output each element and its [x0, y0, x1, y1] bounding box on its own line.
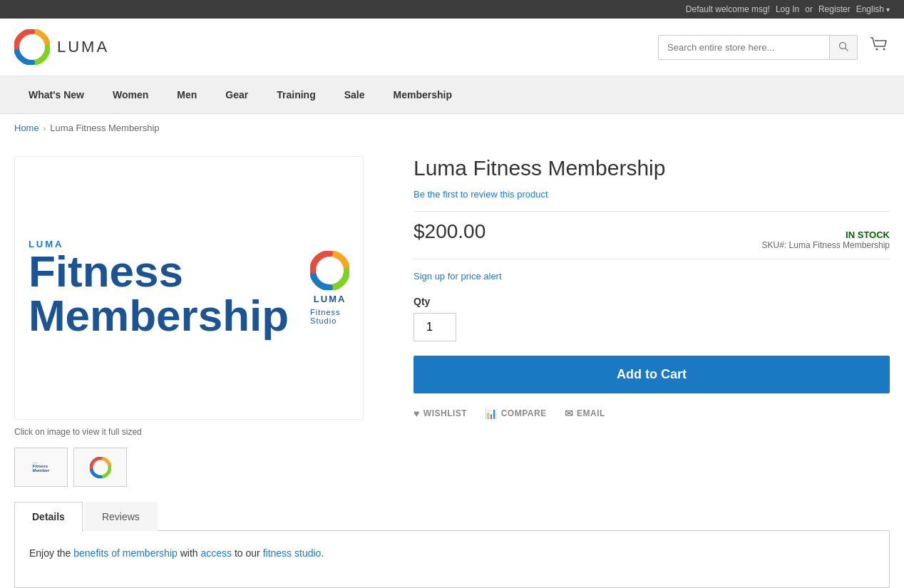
- luma-studio-logo: LUMA Fitness Studio: [310, 251, 349, 325]
- review-link[interactable]: Be the first to review this product: [414, 189, 890, 200]
- breadcrumb: Home › Luma Fitness Membership: [0, 114, 904, 142]
- wishlist-button[interactable]: ♥ WISHLIST: [414, 408, 467, 419]
- main-product-image[interactable]: LUMA Fitness Membership LUMA Fitness Stu…: [14, 156, 364, 420]
- sku-line: SKU#: Luma Fitness Membership: [762, 240, 890, 250]
- language-selector[interactable]: English ▾: [856, 4, 890, 14]
- in-stock-badge: IN STOCK: [762, 229, 890, 240]
- header-right: [658, 34, 890, 60]
- breadcrumb-separator: ›: [43, 124, 46, 133]
- image-membership-text: Membership: [29, 294, 289, 338]
- price-alert-link[interactable]: Sign up for price alert: [414, 271, 890, 282]
- search-button[interactable]: [829, 36, 857, 59]
- product-image-text-logo: LUMA Fitness Membership: [29, 239, 289, 338]
- qty-label: Qty: [414, 296, 890, 307]
- thumbnail-1[interactable]: LUMA Fitness Member: [14, 448, 68, 487]
- tabs-header: Details Reviews: [14, 501, 890, 531]
- welcome-message: Default welcome msg!: [686, 4, 770, 14]
- register-link[interactable]: Register: [818, 4, 851, 14]
- thumbnail-2[interactable]: [73, 448, 127, 487]
- action-links: ♥ WISHLIST 📊 COMPARE ✉ EMAIL: [414, 408, 890, 419]
- svg-line-2: [846, 48, 848, 51]
- add-to-cart-button[interactable]: Add to Cart: [414, 356, 890, 393]
- compare-icon: 📊: [485, 408, 498, 419]
- logo-text: LUMA: [57, 38, 109, 56]
- login-link[interactable]: Log In: [776, 4, 799, 14]
- thumbnail-strip: LUMA Fitness Member: [14, 448, 385, 487]
- access-link[interactable]: access: [200, 547, 232, 559]
- top-bar: Default welcome msg! Log In or Register …: [0, 0, 904, 19]
- wishlist-label: WISHLIST: [423, 408, 467, 418]
- thumbnail-icon: [90, 457, 111, 478]
- image-click-hint: Click on image to view it full sized: [14, 427, 385, 437]
- compare-button[interactable]: 📊 COMPARE: [485, 408, 546, 419]
- benefits-link[interactable]: benefits of membership: [73, 547, 178, 559]
- cart-icon: [868, 34, 890, 56]
- product-title: Luma Fitness Membership: [414, 156, 890, 180]
- product-info-section: Luma Fitness Membership Be the first to …: [414, 156, 890, 487]
- email-icon: ✉: [565, 408, 574, 419]
- luma-logo-icon: [14, 29, 50, 65]
- details-text: Enjoy the benefits of membership with ac…: [29, 545, 875, 561]
- luma-studio-icon: [310, 251, 349, 290]
- sku-label: SKU#:: [762, 240, 787, 250]
- site-header: LUMA: [0, 19, 904, 76]
- qty-input[interactable]: [414, 313, 456, 341]
- image-content: LUMA Fitness Membership LUMA Fitness Stu…: [14, 225, 364, 352]
- tab-content-details: Enjoy the benefits of membership with ac…: [14, 531, 890, 588]
- nav-item-gear[interactable]: Gear: [211, 76, 262, 113]
- heart-icon: ♥: [414, 408, 420, 419]
- language-label: English: [856, 4, 884, 14]
- breadcrumb-home[interactable]: Home: [14, 123, 39, 133]
- nav-item-men[interactable]: Men: [163, 76, 211, 113]
- main-nav: What's New Women Men Gear Training Sale …: [0, 76, 904, 114]
- price-row: $200.00 IN STOCK SKU#: Luma Fitness Memb…: [414, 211, 890, 259]
- nav-item-women[interactable]: Women: [98, 76, 163, 113]
- search-icon: [838, 41, 848, 51]
- studio-link[interactable]: fitness studio: [263, 547, 322, 559]
- studio-name: LUMA: [314, 294, 346, 304]
- tab-details[interactable]: Details: [14, 502, 83, 531]
- or-separator: or: [805, 4, 813, 14]
- tab-reviews[interactable]: Reviews: [84, 502, 158, 531]
- email-button[interactable]: ✉ EMAIL: [565, 408, 605, 419]
- email-label: EMAIL: [577, 408, 605, 418]
- tabs-section: Details Reviews Enjoy the benefits of me…: [0, 501, 904, 588]
- nav-item-membership[interactable]: Membership: [379, 76, 466, 113]
- search-box: [658, 35, 858, 60]
- svg-point-3: [876, 48, 878, 51]
- cart-button[interactable]: [868, 34, 890, 60]
- svg-point-4: [883, 48, 885, 51]
- image-fitness-text: Fitness: [29, 249, 289, 294]
- product-price: $200.00: [414, 220, 486, 243]
- search-input[interactable]: [659, 36, 829, 58]
- compare-label: COMPARE: [501, 408, 547, 418]
- chevron-down-icon: ▾: [886, 6, 890, 14]
- nav-item-whats-new[interactable]: What's New: [14, 76, 98, 113]
- breadcrumb-current: Luma Fitness Membership: [50, 123, 159, 133]
- site-logo[interactable]: LUMA: [14, 29, 109, 65]
- product-image-section: LUMA Fitness Membership LUMA Fitness Stu…: [14, 156, 385, 487]
- nav-item-training[interactable]: Training: [262, 76, 329, 113]
- stock-sku: IN STOCK SKU#: Luma Fitness Membership: [762, 229, 890, 250]
- main-content: LUMA Fitness Membership LUMA Fitness Stu…: [0, 142, 904, 501]
- sku-value: Luma Fitness Membership: [789, 240, 890, 250]
- nav-item-sale[interactable]: Sale: [330, 76, 379, 113]
- studio-subtitle: Fitness Studio: [310, 308, 349, 325]
